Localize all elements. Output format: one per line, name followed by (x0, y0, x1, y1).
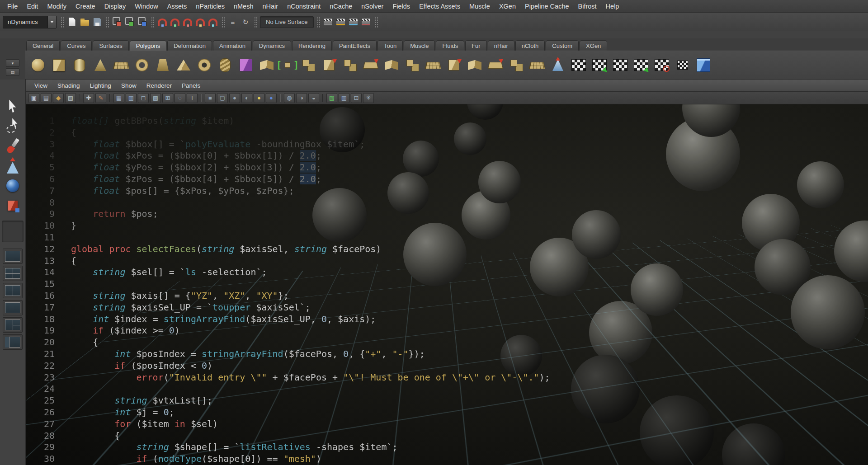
group-separator[interactable] (151, 16, 154, 28)
image-plane-icon[interactable]: ▨ (65, 93, 76, 103)
new-scene-icon[interactable] (66, 16, 78, 28)
single-pane-layout-button[interactable] (3, 249, 23, 264)
select-tool[interactable] (3, 97, 23, 116)
shelf-tab-surfaces[interactable]: Surfaces (93, 40, 128, 51)
select-by-hierarchy-icon[interactable] (111, 16, 123, 28)
panel-menu-lighting[interactable]: Lighting (85, 82, 116, 89)
smooth-mesh-icon[interactable] (362, 56, 380, 74)
fold-plane-icon[interactable] (258, 56, 276, 74)
viewport[interactable]: 1float[] getBBPos(string $item)2{3 float… (26, 104, 868, 465)
shelf-tab-rendering[interactable]: Rendering (292, 40, 332, 51)
menu-item-create[interactable]: Create (71, 3, 100, 10)
shelf-tab-animation[interactable]: Animation (213, 40, 252, 51)
bevel-plane-icon[interactable] (466, 56, 484, 74)
wireframe-icon[interactable]: ▢ (217, 93, 228, 103)
poly-helix-icon[interactable] (216, 56, 234, 74)
share-view-icon[interactable]: ✳ (363, 93, 374, 103)
menu-item-effects-assets[interactable]: Effects Assets (415, 3, 465, 10)
move-tool[interactable] (3, 156, 23, 175)
group-separator[interactable] (374, 16, 378, 28)
snap-to-curve-icon[interactable] (169, 16, 181, 28)
outliner-persp-layout-button[interactable] (3, 334, 23, 350)
poly-cylinder-icon[interactable] (71, 56, 89, 74)
menu-item-pipeline-cache[interactable]: Pipeline Cache (520, 3, 574, 10)
launch-render-view-icon[interactable] (360, 16, 372, 28)
menu-item-help[interactable]: Help (601, 3, 624, 10)
shelf-tab-deformation[interactable]: Deformation (167, 40, 212, 51)
menu-item-fields[interactable]: Fields (388, 3, 415, 10)
boolean-union-icon[interactable] (403, 56, 421, 74)
shelf-tab-menu-button[interactable]: ▤ (6, 68, 19, 76)
menu-item-xgen[interactable]: XGen (495, 3, 520, 10)
snap-to-view-plane-icon[interactable] (194, 16, 206, 28)
fold-plane-2-icon[interactable] (382, 56, 401, 74)
group-separator[interactable] (60, 16, 64, 28)
menu-item-bifrost[interactable]: Bifrost (574, 3, 601, 10)
grease-pencil-icon[interactable]: ✎ (95, 93, 106, 103)
quad-draw-plane-icon[interactable] (528, 56, 546, 74)
use-all-lights-icon[interactable]: ● (254, 93, 264, 103)
shelf-tab-custom[interactable]: Custom (546, 40, 579, 51)
bookmark-icon[interactable]: ◆ (53, 93, 64, 103)
snapshot-icon[interactable]: ⊡ (351, 93, 362, 103)
field-chart-icon[interactable]: ⊞ (162, 93, 173, 103)
render-current-frame-icon[interactable] (322, 16, 334, 28)
select-camera-icon[interactable]: ▣ (28, 93, 39, 103)
sphere[interactable] (631, 263, 683, 316)
select-by-component-icon[interactable] (137, 16, 148, 28)
ipr-render-icon[interactable] (335, 16, 347, 28)
group-separator[interactable] (221, 16, 225, 28)
shelf-tab-painteffects[interactable]: PaintEffects (333, 40, 377, 51)
shelf-tab-toon[interactable]: Toon (377, 40, 403, 51)
texture-cube-icon[interactable] (237, 56, 255, 74)
uv-checker-icon[interactable] (570, 56, 588, 74)
shelf-tab-curves[interactable]: Curves (61, 40, 92, 51)
shadows-icon[interactable]: ● (266, 93, 277, 103)
two-pane-side-layout-button[interactable] (3, 283, 23, 298)
poly-sphere-icon[interactable] (29, 56, 47, 74)
poly-cube-icon[interactable] (50, 56, 68, 74)
uv-snapshot-icon[interactable] (653, 56, 671, 74)
shelf-tab-dynamics[interactable]: Dynamics (253, 40, 291, 51)
two-d-pan-zoom-icon[interactable]: ✚ (83, 93, 94, 103)
four-pane-layout-button[interactable] (3, 266, 23, 281)
poly-pyramid-icon[interactable] (175, 56, 193, 74)
sculpt-tool-icon[interactable] (549, 56, 567, 74)
separate-meshes-icon[interactable] (341, 56, 359, 74)
sphere[interactable] (791, 275, 865, 349)
shelf-tab-muscle[interactable]: Muscle (404, 40, 435, 51)
mirror-geometry-icon[interactable] (507, 56, 525, 74)
safe-action-icon[interactable]: ◌ (175, 93, 185, 103)
sphere[interactable] (797, 161, 844, 208)
xgen-cube-icon[interactable] (694, 56, 712, 74)
panel-menu-shading[interactable]: Shading (52, 82, 85, 89)
three-pane-layout-button[interactable] (3, 317, 23, 333)
construction-history-icon[interactable]: ↻ (240, 16, 251, 28)
safe-title-icon[interactable]: T (187, 93, 198, 103)
menu-set-dropdown-button[interactable] (47, 16, 56, 28)
shelf-tab-fur[interactable]: Fur (465, 40, 487, 51)
uv-checker-2-icon[interactable] (611, 56, 629, 74)
menu-item-nhair[interactable]: nHair (258, 3, 283, 10)
silhouette-icon[interactable]: ◒ (308, 93, 319, 103)
combine-meshes-icon[interactable] (299, 56, 317, 74)
rotate-tool[interactable] (3, 176, 23, 195)
menu-item-ncache[interactable]: nCache (325, 3, 357, 10)
two-pane-stacked-layout-button[interactable] (3, 300, 23, 315)
extract-faces-icon[interactable] (320, 56, 338, 74)
delete-faces-icon[interactable] (445, 56, 463, 74)
uv-layout-icon[interactable] (632, 56, 650, 74)
resolution-gate-icon[interactable]: ◻ (138, 93, 149, 103)
uv-unfold-icon[interactable] (590, 56, 609, 74)
group-separator[interactable] (254, 16, 257, 28)
shelf-tab-polygons[interactable]: Polygons (130, 40, 166, 51)
x-ray-icon[interactable]: ▥ (339, 93, 349, 103)
textured-mode-icon[interactable]: ◐ (241, 93, 252, 103)
scale-tool[interactable] (3, 196, 23, 215)
render-settings-icon[interactable] (348, 16, 359, 28)
menu-item-muscle[interactable]: Muscle (465, 3, 495, 10)
shelf-tab-fluids[interactable]: Fluids (436, 40, 464, 51)
snap-to-point-icon[interactable] (182, 16, 193, 28)
sphere[interactable] (572, 210, 621, 259)
sphere[interactable] (571, 355, 640, 423)
